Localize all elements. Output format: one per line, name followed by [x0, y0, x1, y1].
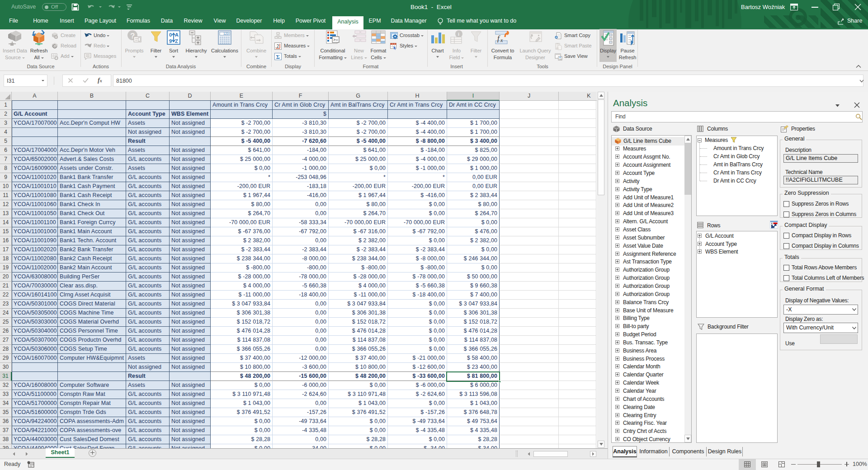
svg-text:A: A: [175, 32, 179, 38]
svg-text:.2: .2: [275, 44, 279, 49]
svg-text:Z: Z: [175, 38, 178, 44]
svg-text:i: i: [458, 31, 459, 37]
svg-text:0: 0: [169, 32, 172, 38]
svg-text:123: 123: [223, 32, 229, 35]
svg-text:>=: >=: [333, 38, 338, 42]
svg-text:x: x: [500, 37, 503, 43]
svg-text:Σ: Σ: [276, 53, 280, 60]
svg-text:9: 9: [169, 38, 172, 44]
